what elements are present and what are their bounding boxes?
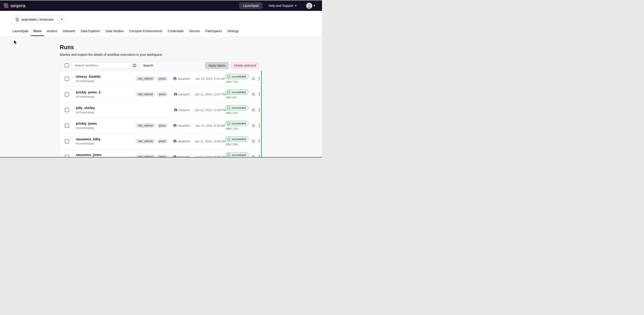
run-pipeline: nf-core/rnaseq xyxy=(76,95,135,98)
run-label-pill[interactable]: star_salmon xyxy=(136,139,155,143)
row-checkbox[interactable] xyxy=(65,139,69,143)
status-label: succeeded xyxy=(232,137,246,141)
kebab-menu-icon xyxy=(258,123,261,128)
search-input[interactable] xyxy=(72,62,131,69)
tab-data-studios[interactable]: Data Studios xyxy=(103,29,126,36)
run-row: jolly_shirley nf-core/rnaseq robsyme Jan… xyxy=(60,102,262,118)
seqera-brand-link[interactable]: seqera xyxy=(4,3,26,9)
runs-table-card: Search Apply labels Delete selected chee… xyxy=(60,60,262,158)
run-duration: after 13m xyxy=(226,127,238,130)
star-icon xyxy=(251,76,256,81)
user-circle-icon xyxy=(173,124,176,127)
window-bottom-edge xyxy=(0,157,322,158)
run-label-pill[interactable]: yeast xyxy=(157,76,168,81)
tab-credentials[interactable]: Credentials xyxy=(165,29,186,36)
run-user-name: drpatelhh xyxy=(178,77,190,81)
select-all-checkbox[interactable] xyxy=(65,63,69,68)
run-pipeline: nf-core/rnaseq xyxy=(76,111,135,114)
workspace-org-icon xyxy=(16,18,19,21)
launchpad-button[interactable]: Launchpad xyxy=(239,2,262,9)
star-run-button[interactable] xyxy=(250,76,256,81)
run-user: drpatelhh xyxy=(169,124,195,127)
run-label-pill[interactable]: star_salmon xyxy=(136,92,155,97)
run-duration: after 9m xyxy=(226,96,237,99)
status-label: succeeded xyxy=(232,122,246,125)
tab-participants[interactable]: Participants xyxy=(203,29,225,36)
run-user: drpatelhh xyxy=(169,140,195,143)
search-button[interactable]: Search xyxy=(140,62,157,69)
help-and-support-menu[interactable]: Help and Support xyxy=(268,4,297,8)
tab-datasets[interactable]: Datasets xyxy=(60,29,78,36)
workspace-selector[interactable]: seqeralabs | showcase xyxy=(12,16,64,23)
run-label-pill[interactable]: yeast xyxy=(157,92,168,97)
page-subtitle: Monitor and inspect the details of workf… xyxy=(60,53,262,57)
tab-compute-environments[interactable]: Compute Environments xyxy=(126,29,165,36)
run-date: Jan 12, 2024, 12:57 PM xyxy=(195,93,225,96)
star-run-button[interactable] xyxy=(250,123,256,128)
tab-data-explorer[interactable]: Data Explorer xyxy=(78,29,103,36)
run-name-link[interactable]: jolly_shirley xyxy=(76,106,135,110)
status-badge: succeeded xyxy=(225,105,249,110)
new-runs-indicator-bar xyxy=(261,71,262,158)
run-label-pill[interactable]: star_salmon xyxy=(136,123,155,128)
row-checkbox[interactable] xyxy=(65,124,69,128)
run-name-link[interactable]: prickly_jones xyxy=(76,122,135,126)
apply-labels-button[interactable]: Apply labels xyxy=(205,62,229,69)
run-row: prickly_jones nf-core/rnaseq star_salmon… xyxy=(60,118,262,133)
tab-secrets[interactable]: Secrets xyxy=(186,29,202,36)
tab-settings[interactable]: Settings xyxy=(225,29,242,36)
subheader: seqeralabs | showcase LaunchpadRunsActio… xyxy=(0,11,322,36)
run-date: Jan 12, 2024, 12:46 PM xyxy=(195,108,225,112)
star-icon xyxy=(251,92,256,97)
star-run-button[interactable] xyxy=(250,139,256,143)
run-label-pill[interactable]: star_salmon xyxy=(136,76,155,81)
check-circle-icon xyxy=(227,106,230,110)
chevron-down-icon xyxy=(295,5,297,6)
tab-runs[interactable]: Runs xyxy=(31,29,44,36)
user-circle-icon xyxy=(173,140,176,143)
row-checkbox[interactable] xyxy=(65,108,69,112)
run-date: Jan 12, 2024, 6:28 AM xyxy=(195,124,225,127)
run-name-link[interactable]: nauseous_jones xyxy=(76,153,135,157)
run-name-link[interactable]: nauseous_kilby xyxy=(76,137,135,141)
window-top-edge xyxy=(0,0,322,1)
star-run-button[interactable] xyxy=(250,108,256,112)
run-labels: star_salmonyeast xyxy=(135,92,169,97)
kebab-menu-icon xyxy=(258,138,261,144)
user-circle-icon xyxy=(174,93,177,96)
status-badge: succeeded xyxy=(225,136,249,142)
status-badge: succeeded xyxy=(225,90,249,95)
star-icon xyxy=(251,139,256,143)
check-circle-icon xyxy=(227,137,230,141)
run-label-pill[interactable]: yeast xyxy=(157,139,168,143)
run-name-link[interactable]: cheesy_franklin xyxy=(76,75,135,79)
workspace-dropdown-button[interactable] xyxy=(59,16,64,23)
run-user: drpatelhh xyxy=(169,77,195,81)
run-date: Jan 11, 2024, 10:35 AM xyxy=(195,140,225,143)
delete-selected-button[interactable]: Delete selected xyxy=(230,62,259,69)
run-labels: star_salmonyeast xyxy=(135,123,169,128)
tab-launchpad[interactable]: Launchpad xyxy=(10,29,31,36)
row-checkbox[interactable] xyxy=(65,92,69,97)
top-navbar: seqera Launchpad Help and Support xyxy=(0,1,322,11)
run-row: nauseous_kilby nf-core/rnaseq star_salmo… xyxy=(60,133,262,149)
status-label: succeeded xyxy=(232,153,246,157)
run-user-name: drpatelhh xyxy=(178,124,190,127)
run-label-pill[interactable]: yeast xyxy=(157,123,168,128)
row-checkbox[interactable] xyxy=(65,77,69,81)
search-box xyxy=(72,62,138,69)
user-menu[interactable] xyxy=(306,3,315,9)
help-and-support-label: Help and Support xyxy=(268,4,293,8)
run-duration: after 11m xyxy=(226,111,238,115)
kebab-menu-icon xyxy=(258,107,261,113)
status-badge: succeeded xyxy=(225,152,249,158)
run-name-link[interactable]: prickly_jones_2 xyxy=(76,90,135,94)
tab-actions[interactable]: Actions xyxy=(44,29,60,36)
star-run-button[interactable] xyxy=(250,92,256,97)
seqera-logo-icon xyxy=(4,4,8,8)
check-circle-icon xyxy=(227,90,230,94)
run-row: cheesy_franklin nf-core/rnaseq star_salm… xyxy=(60,71,262,87)
search-info-trigger[interactable] xyxy=(131,62,138,69)
chevron-down-icon xyxy=(61,19,63,20)
run-labels: star_salmonyeast xyxy=(135,139,169,143)
